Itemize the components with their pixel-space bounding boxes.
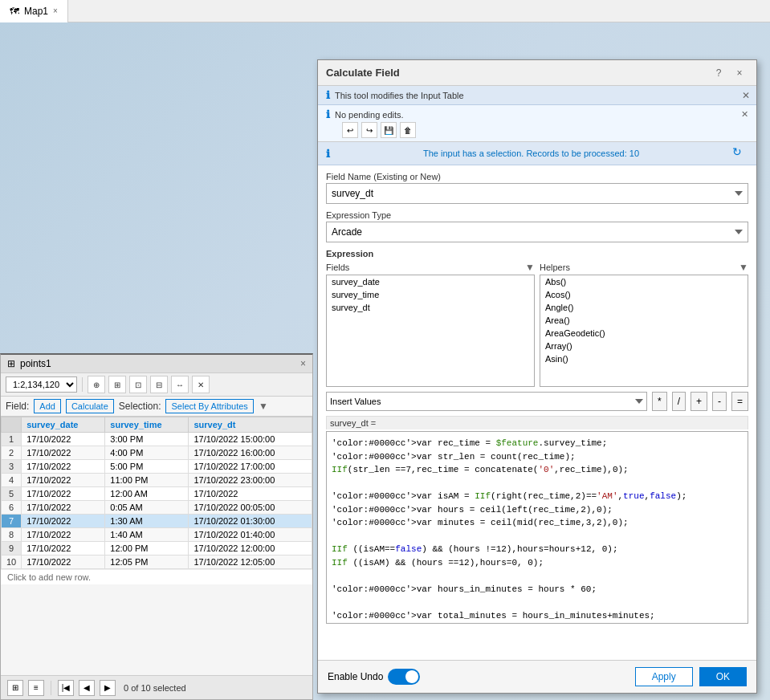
field-bar: Field: Add Calculate Selection: Select B… [1,397,312,417]
fields-col: Fields ▼ survey_datesurvey_timesurvey_dt [326,262,535,387]
col-survey-time[interactable]: survey_time [105,417,189,433]
helpers-list-item[interactable]: AreaGeodetic() [540,327,748,340]
add-row-btn[interactable]: ⊕ [88,376,105,393]
selection-count: 0 of 10 selected [124,683,186,693]
undo-btn[interactable]: ↩ [342,122,358,138]
redo-btn[interactable]: ↪ [361,122,377,138]
prev-btn[interactable]: ◀ [79,680,95,696]
helpers-list-item[interactable]: Acos() [540,288,748,301]
expr-type-label: Expression Type [326,210,748,220]
table-row[interactable]: 1 17/10/2022 3:00 PM 17/10/2022 15:00:00 [2,433,312,446]
enable-undo-toggle[interactable] [388,669,420,685]
survey-time-cell: 1:30 AM [105,515,189,528]
dialog-body: Field Name (Existing or New) survey_dt E… [318,165,756,660]
code-line: 'color:#0000cc'>var isAM = IIf(right(rec… [332,490,743,503]
table-row[interactable]: 6 17/10/2022 0:05 AM 17/10/2022 00:05:00 [2,501,312,515]
expr-type-select[interactable]: Arcade [326,222,748,242]
clear-btn[interactable]: ✕ [192,376,210,393]
helpers-list[interactable]: Abs()Acos()Angle()Area()AreaGeodetic()Ar… [540,275,748,387]
map1-tab[interactable]: 🗺 Map1 × [0,0,68,22]
info-icon-1: ℹ [326,89,330,101]
ok-btn[interactable]: OK [699,667,747,686]
refresh-btn[interactable]: ↻ [732,145,748,161]
op-multiply[interactable]: * [652,392,667,411]
table-row[interactable]: 8 17/10/2022 1:40 AM 17/10/2022 01:40:00 [2,528,312,542]
panel-close-btn[interactable]: × [300,358,306,369]
code-line: IIf ((isAM==false) && (hours !=12),hours… [332,543,743,556]
selection-label: Selection: [119,401,161,412]
table-view-btn[interactable]: ⊞ [108,376,126,393]
table-row[interactable]: 4 17/10/2022 11:00 PM 17/10/2022 23:00:0… [2,474,312,487]
top-tab-bar: 🗺 Map1 × [0,0,770,22]
insert-values-select[interactable]: Insert Values [326,392,647,411]
table-icon: ⊞ [7,358,15,369]
apply-btn[interactable]: Apply [635,667,693,686]
op-divide[interactable]: / [672,392,686,411]
helpers-list-item[interactable]: Asin() [540,352,748,365]
row-num-cell: 1 [2,433,22,446]
col-survey-dt[interactable]: survey_dt [189,417,312,433]
table-row[interactable]: 7 17/10/2022 1:30 AM 17/10/2022 01:30:00 [2,515,312,528]
helpers-filter-icon[interactable]: ▼ [739,262,748,273]
tab-label: Map1 [24,6,48,17]
code-editor[interactable]: 'color:#0000cc'>var rec_time = $feature.… [326,431,748,624]
dialog-help-btn[interactable]: ? [710,64,727,82]
survey-time-cell: 4:00 PM [105,446,189,460]
fields-list[interactable]: survey_datesurvey_timesurvey_dt [326,275,535,387]
fields-list-item[interactable]: survey_dt [327,301,534,314]
row-num-cell: 10 [2,556,22,569]
pan-btn[interactable]: ↔ [171,376,189,393]
save-btn[interactable]: 💾 [381,122,397,138]
field-name-select[interactable]: survey_dt [326,183,748,204]
attr-footer: ⊞ ≡ |◀ ◀ ▶ 0 of 10 selected [1,675,312,699]
fields-filter-icon[interactable]: ▼ [525,262,535,273]
zoom-select[interactable]: 1:2,134,120 [6,376,77,393]
op-minus[interactable]: - [712,392,727,411]
field-name-label: Field Name (Existing or New) [326,172,748,181]
calculate-field-btn[interactable]: Calculate [66,399,114,413]
zoom-out-btn[interactable]: ⊟ [150,376,168,393]
row-num-cell: 7 [2,515,22,528]
col-survey-date[interactable]: survey_date [22,417,105,433]
helpers-list-item[interactable]: Angle() [540,301,748,314]
dialog-close-btn[interactable]: × [731,64,748,82]
info-close-1[interactable]: ✕ [742,90,750,101]
op-equals[interactable]: = [731,392,748,411]
separator1 [82,377,83,392]
helpers-list-item[interactable]: Abs() [540,275,748,288]
op-plus[interactable]: + [691,392,707,411]
code-line: 'color:#0000cc'>var rec_time = $feature.… [332,437,743,450]
tab-close-btn[interactable]: × [53,6,58,15]
code-line: 'color:#0000cc'>var total_minutes = hour… [332,609,743,623]
first-btn[interactable]: |◀ [58,680,74,696]
survey-dt-cell: 17/10/2022 [189,487,312,501]
code-line [332,596,743,609]
survey-date-cell: 17/10/2022 [22,460,105,474]
map-icon: 🗺 [10,6,19,17]
info-bar-2: ℹ No pending edits. ✕ ↩ ↪ 💾 🗑 [318,105,756,142]
add-field-btn[interactable]: Add [34,399,61,413]
table-row[interactable]: 3 17/10/2022 5:00 PM 17/10/2022 17:00:00 [2,460,312,474]
fields-list-item[interactable]: survey_date [327,275,534,288]
dialog-title: Calculate Field [326,67,400,79]
delete-btn[interactable]: 🗑 [400,122,416,138]
table-row[interactable]: 9 17/10/2022 12:00 PM 17/10/2022 12:00:0… [2,542,312,556]
survey-time-cell: 11:00 PM [105,474,189,487]
list-view-btn[interactable]: ≡ [28,680,44,696]
info-close-2[interactable]: ✕ [741,109,748,120]
grid-view-btn[interactable]: ⊞ [7,680,23,696]
helpers-list-item[interactable]: Area() [540,314,748,327]
helpers-list-item[interactable]: Array() [540,340,748,352]
filter-icon: ▼ [259,401,268,412]
table-row[interactable]: 2 17/10/2022 4:00 PM 17/10/2022 16:00:00 [2,446,312,460]
row-num-cell: 9 [2,542,22,556]
attribute-table[interactable]: survey_date survey_time survey_dt 1 17/1… [1,417,312,657]
select-by-attributes-btn[interactable]: Select By Attributes [165,399,253,413]
table-row[interactable]: 5 17/10/2022 12:00 AM 17/10/2022 [2,487,312,501]
fields-list-item[interactable]: survey_time [327,288,534,301]
zoom-field-btn[interactable]: ⊡ [129,376,147,393]
table-row[interactable]: 10 17/10/2022 12:05 PM 17/10/2022 12:05:… [2,556,312,569]
survey-time-cell: 1:40 AM [105,528,189,542]
next-btn[interactable]: ▶ [100,680,116,696]
fields-label: Fields [326,262,349,272]
